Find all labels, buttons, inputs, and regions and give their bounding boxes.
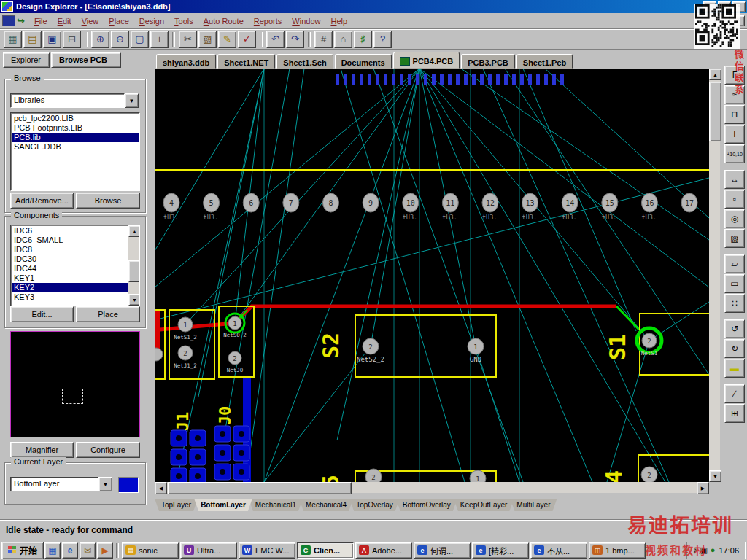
menu-reports[interactable]: Reports xyxy=(249,15,287,28)
brush-icon[interactable]: ✎ xyxy=(218,31,236,48)
show-desktop-icon[interactable]: ▦ xyxy=(44,542,61,559)
document-tab-sheet1.pcb[interactable]: Sheet1.Pcb xyxy=(516,54,573,69)
scroll-right-icon[interactable]: ▶ xyxy=(697,482,709,494)
fill-icon[interactable]: ▨ xyxy=(724,229,745,248)
component-item-idc8[interactable]: IDC8 xyxy=(12,245,128,254)
design-manager-icon[interactable]: ▦ xyxy=(4,31,22,48)
chevron-down-icon[interactable]: ▼ xyxy=(125,93,139,108)
configure-button[interactable]: Configure xyxy=(76,442,140,458)
document-tab-sheet1.sch[interactable]: Sheet1.Sch xyxy=(276,54,333,69)
zoom-in-icon[interactable]: ⊕ xyxy=(91,31,109,48)
media-player-icon[interactable]: ▶ xyxy=(97,542,113,559)
layer-tab-keepoutlayer[interactable]: KeepOutLayer xyxy=(454,499,514,511)
canvas-horizontal-scrollbar[interactable]: ◀ ▶ xyxy=(155,482,709,493)
current-layer-select[interactable]: BottomLayer ▼ xyxy=(10,477,112,491)
scroll-thumb[interactable] xyxy=(709,82,721,141)
string-icon[interactable]: T xyxy=(724,125,745,144)
tab-browse-pcb[interactable]: Browse PCB xyxy=(51,52,121,68)
start-button[interactable]: 开始 xyxy=(1,542,44,559)
scroll-thumb[interactable] xyxy=(128,260,140,282)
scroll-left-icon[interactable]: ◀ xyxy=(155,482,167,494)
task-button-adobe-[interactable]: AAdobe... xyxy=(355,542,412,559)
layer-tab-mechanical4[interactable]: Mechanical4 xyxy=(299,499,353,511)
component-item-idc44[interactable]: IDC44 xyxy=(12,264,128,273)
document-tab-pcb4.pcb[interactable]: PCB4.PCB xyxy=(393,52,460,69)
menu-place[interactable]: Place xyxy=(104,15,134,28)
pad-icon[interactable]: ▫ xyxy=(724,190,745,209)
rotate-ccw-icon[interactable]: ↺ xyxy=(724,319,745,338)
slice-icon[interactable]: ∕ xyxy=(724,384,745,403)
layer-tab-mechanical1[interactable]: Mechanical1 xyxy=(249,499,303,511)
redo-icon[interactable]: ↷ xyxy=(286,31,304,48)
scroll-up-icon[interactable]: ▲ xyxy=(709,69,721,80)
outlook-icon[interactable]: ✉ xyxy=(80,542,96,559)
library-item-pcb_lpc2200.lib[interactable]: pcb_lpc2200.LIB xyxy=(12,114,139,123)
document-tab-sheet1.net[interactable]: Sheet1.NET xyxy=(217,54,275,69)
add-remove-button[interactable]: Add/Remove... xyxy=(10,192,74,209)
tab-explorer[interactable]: Explorer xyxy=(3,52,50,68)
help-icon[interactable]: ? xyxy=(374,31,392,48)
undo-icon[interactable]: ↶ xyxy=(266,31,285,48)
layer-tab-bottomoverlay[interactable]: BottomOverlay xyxy=(396,499,457,511)
menu-window[interactable]: Window xyxy=(287,15,325,28)
grid-icon[interactable]: ♯ xyxy=(354,31,372,48)
component-item-idc30[interactable]: IDC30 xyxy=(12,254,128,264)
task-button-何谓-[interactable]: e何谓... xyxy=(414,542,471,559)
canvas-vertical-scrollbar[interactable]: ▲ ▼ xyxy=(709,69,720,482)
task-button-不从-[interactable]: e不从... xyxy=(530,542,587,559)
ie-icon[interactable]: e xyxy=(62,542,78,559)
polygon-icon[interactable]: ▱ xyxy=(724,254,745,273)
component-item-idc6_small[interactable]: IDC6_SMALL xyxy=(12,236,128,245)
place-button[interactable]: Place xyxy=(76,306,140,322)
component-item-key2[interactable]: KEY2 xyxy=(12,283,128,292)
scroll-down-icon[interactable]: ▼ xyxy=(709,470,721,482)
pcb-canvas[interactable]: 4tU3.5tU3.678910tU3.11tU3.12tU3.13tU3.14… xyxy=(155,69,709,482)
task-button-emc-w-[interactable]: WEMC W... xyxy=(239,542,295,559)
scroll-thumb[interactable] xyxy=(168,482,352,494)
document-tab-shiyan3.ddb[interactable]: shiyan3.ddb xyxy=(156,54,216,69)
menu-edit[interactable]: Edit xyxy=(53,15,77,28)
document-tab-documents[interactable]: Documents xyxy=(335,54,392,69)
edit-button[interactable]: Edit... xyxy=(10,306,74,322)
scroll-up-icon[interactable]: ▲ xyxy=(128,225,140,237)
component-item-key3[interactable]: KEY3 xyxy=(12,292,128,302)
libraries-list[interactable]: pcb_lpc2200.LIBPCB Footprints.LIBPCB.lib… xyxy=(10,112,140,191)
open-document-icon[interactable]: ▤ xyxy=(23,31,42,48)
check-icon[interactable]: ✓ xyxy=(238,31,256,48)
layer-tab-topoverlay[interactable]: TopOverlay xyxy=(349,499,400,511)
array-icon[interactable]: ∷ xyxy=(724,294,745,313)
fit-board-icon[interactable]: ▢ xyxy=(131,31,149,48)
layer-tab-bottomlayer[interactable]: BottomLayer xyxy=(194,499,252,511)
layer-tab-multilayer[interactable]: MultiLayer xyxy=(510,499,557,511)
forward-arrow-icon[interactable]: ↪ xyxy=(17,15,25,26)
task-button-ultra-[interactable]: UUltra... xyxy=(180,542,237,559)
task-button-1-bmp-[interactable]: ◫1.bmp... xyxy=(589,542,646,559)
browse-mode-select[interactable]: Libraries ▼ xyxy=(10,93,139,108)
library-item-pcb.lib[interactable]: PCB.lib xyxy=(12,133,139,142)
library-icon[interactable]: ⌂ xyxy=(334,31,352,48)
save-icon[interactable]: ▣ xyxy=(43,31,61,48)
paste-array-icon[interactable]: ⊞ xyxy=(724,404,745,423)
library-item-sange.ddb[interactable]: SANGE.DDB xyxy=(12,142,139,152)
zoom-out-icon[interactable]: ⊖ xyxy=(111,31,129,48)
coordinate-icon[interactable]: +10,10 xyxy=(724,144,745,163)
component-item-key1[interactable]: KEY1 xyxy=(12,273,128,283)
task-button--精彩-[interactable]: e[精彩... xyxy=(472,542,529,559)
rotate-cw-icon[interactable]: ↻ xyxy=(724,339,745,358)
dimension-icon[interactable]: ↔ xyxy=(724,170,745,189)
components-list[interactable]: IDC6IDC6_SMALLIDC8IDC30IDC44KEY1KEY2KEY3… xyxy=(10,225,140,306)
menu-file[interactable]: File xyxy=(29,15,53,28)
cross-cursor-icon[interactable]: + xyxy=(150,31,169,48)
netlist-icon[interactable]: # xyxy=(314,31,333,48)
menu-design[interactable]: Design xyxy=(134,15,169,28)
components-scrollbar[interactable]: ▲ ▼ xyxy=(128,225,139,306)
antivirus-icon[interactable]: ● xyxy=(711,545,716,555)
magnifier-preview[interactable] xyxy=(10,331,140,438)
via-icon[interactable]: ◎ xyxy=(724,209,745,228)
menu-view[interactable]: View xyxy=(77,15,104,28)
task-button-sonic[interactable]: ▤sonic xyxy=(122,542,179,559)
library-item-pcb footprints.lib[interactable]: PCB Footprints.LIB xyxy=(12,123,139,133)
split-plane-icon[interactable]: ▬ xyxy=(724,359,745,378)
menu-help[interactable]: Help xyxy=(325,15,352,28)
browse-button[interactable]: Browse xyxy=(76,192,140,209)
